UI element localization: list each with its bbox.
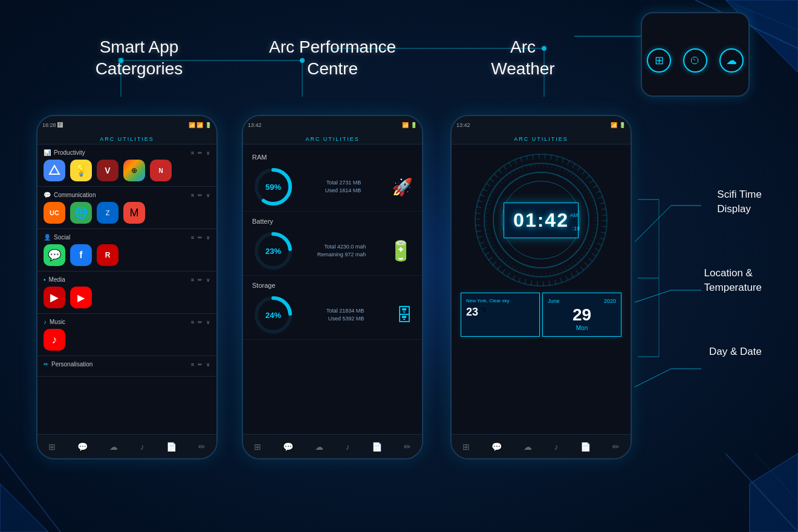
- music-apps: ♪: [44, 329, 210, 351]
- clock-time: 01:42: [513, 209, 569, 231]
- nav3-music[interactable]: ♪: [554, 442, 559, 452]
- clock-ampm: AM: [569, 212, 578, 218]
- phone2-statusbar: 13:42 📶 🔋: [243, 116, 422, 134]
- storage-percent: 24%: [265, 311, 281, 320]
- storage-section: Storage 24% Total 21834 MB Used 5392 MB …: [243, 276, 422, 340]
- nav-edit[interactable]: ✏: [198, 442, 206, 452]
- nav-cloud[interactable]: ☁: [109, 442, 118, 452]
- app-gmail[interactable]: M: [123, 202, 145, 224]
- nav2-music[interactable]: ♪: [346, 442, 350, 452]
- app-chrome[interactable]: 🌐: [70, 202, 92, 224]
- nav-chat[interactable]: 💬: [77, 442, 88, 452]
- database-icon: 🗄: [396, 305, 413, 325]
- battery-gauge: 23%: [252, 230, 294, 272]
- weather-unit: °c: [481, 307, 486, 313]
- category-music: ♪ Music ≡ ✏ ∨ ♪: [37, 314, 216, 356]
- phone-preview-widget: ⊞ ⏲ ☁: [641, 12, 750, 97]
- phone3: 13:42 📶 🔋 ARC UTILITIES: [450, 115, 632, 459]
- nav3-chat[interactable]: 💬: [491, 442, 502, 452]
- category-media: ▪ Media ≡ ✏ ∨ ▶ ▶: [37, 271, 216, 314]
- label-arc-weather: Arc Weather: [456, 36, 589, 80]
- app-zoom[interactable]: Z: [97, 202, 118, 224]
- storage-gauge: 24%: [252, 294, 294, 336]
- productivity-apps: 💡 V ⊕ N: [44, 160, 210, 181]
- preview-icon-row: ⊞ ⏲ ☁: [647, 48, 744, 73]
- scifi-clock: 01:42 AM :19: [452, 144, 631, 293]
- app-drive[interactable]: [44, 160, 65, 181]
- social-apps: 💬 f R: [44, 244, 210, 266]
- phone1-statusbar: 16:28 🅿 📶 📶 🔋: [37, 116, 216, 134]
- svg-marker-24: [50, 166, 59, 174]
- nav3-edit[interactable]: ✏: [612, 442, 620, 452]
- ram-gauge: 59%: [252, 166, 294, 208]
- battery-icon: 🔋: [389, 239, 413, 262]
- category-social: 👤 Social ≡ ✏ ∨ 💬 f: [37, 229, 216, 271]
- clock-seconds: :19: [572, 225, 580, 232]
- nav-music[interactable]: ♪: [140, 442, 144, 452]
- date-info-box: June 2020 29 Mon: [542, 293, 621, 337]
- date-month: June: [548, 298, 560, 304]
- communication-apps: UC 🌐 Z M: [44, 202, 210, 224]
- expand-icon[interactable]: ∨: [206, 150, 210, 156]
- app-youtube[interactable]: ▶: [70, 287, 92, 308]
- phone3-content: 01:42 AM :19 New York, Clear sky 23 °c: [452, 144, 631, 434]
- nav3-cloud[interactable]: ☁: [524, 442, 532, 452]
- menu-icon: ≡: [191, 150, 194, 156]
- speedometer-icon[interactable]: ⏲: [683, 48, 707, 73]
- ram-section: RAM 59% Total 2731 MB Used 1614 MB 🚀: [243, 148, 422, 212]
- phone2: 13:42 📶 🔋 ARC UTILITIES RAM 59%: [242, 115, 423, 459]
- battery-info: Total 4230.0 mah Remaining 972 mah: [317, 243, 366, 259]
- battery-section: Battery 23% Total 4230.0 mah Remaining 9…: [243, 212, 422, 276]
- app-multiapp[interactable]: ⊕: [123, 160, 145, 181]
- app-uc[interactable]: UC: [44, 202, 65, 224]
- phone3-bottom-nav: ⊞ 💬 ☁ ♪ 📄 ✏: [452, 434, 631, 458]
- storage-info: Total 21834 MB Used 5392 MB: [326, 307, 365, 323]
- app-newspoint[interactable]: N: [150, 160, 172, 181]
- phone1-bottom-nav: ⊞ 💬 ☁ ♪ 📄 ✏: [37, 434, 216, 458]
- nav2-grid[interactable]: ⊞: [254, 442, 261, 452]
- category-productivity: 📊 Productivity ≡ ✏ ∨ 💡 V: [37, 144, 216, 187]
- app-music[interactable]: ♪: [44, 329, 65, 351]
- callout-location-temp: Location & Temperature: [704, 266, 762, 295]
- clock-display: 01:42 AM :19: [504, 203, 579, 238]
- phone1-title: ARC UTILITIES: [37, 134, 216, 144]
- battery-percent: 23%: [265, 247, 281, 256]
- nav2-cloud[interactable]: ☁: [315, 442, 323, 452]
- phone1-content: 📊 Productivity ≡ ✏ ∨ 💡 V: [37, 144, 216, 434]
- weather-temperature: 23 °c: [466, 306, 534, 319]
- callout-day-date: Day & Date: [709, 345, 762, 359]
- weather-info-box: New York, Clear sky 23 °c: [461, 293, 540, 337]
- weather-temp-value: 23: [466, 306, 478, 318]
- nav-grid[interactable]: ⊞: [48, 442, 56, 452]
- edit-icon[interactable]: ✏: [198, 150, 203, 156]
- category-communication: 💬 Communication ≡ ✏ ∨ UC 🌐 Z: [37, 187, 216, 229]
- app-whatsapp[interactable]: 💬: [44, 244, 65, 266]
- main-container: Smart App Catergories Arc Performance Ce…: [0, 0, 798, 532]
- app-vivaldi[interactable]: V: [97, 160, 118, 181]
- media-apps: ▶ ▶: [44, 287, 210, 308]
- nav2-chat[interactable]: 💬: [283, 442, 293, 452]
- grid-icon[interactable]: ⊞: [647, 48, 671, 73]
- phone3-statusbar: 13:42 📶 🔋: [452, 116, 631, 134]
- nav3-grid[interactable]: ⊞: [462, 442, 470, 452]
- app-keep[interactable]: 💡: [70, 160, 92, 181]
- nav2-doc[interactable]: 📄: [372, 442, 382, 452]
- nav3-doc[interactable]: 📄: [580, 442, 591, 452]
- phone2-title: ARC UTILITIES: [243, 134, 422, 144]
- clock-outer-ring: 01:42 AM :19: [475, 154, 608, 287]
- nav2-edit[interactable]: ✏: [404, 442, 411, 452]
- cloud-icon[interactable]: ☁: [719, 48, 744, 73]
- ram-info: Total 2731 MB Used 1614 MB: [325, 179, 362, 195]
- app-reddit[interactable]: R: [97, 244, 118, 266]
- app-media1[interactable]: ▶: [44, 287, 65, 308]
- label-smart-app: Smart App Catergories: [70, 36, 209, 80]
- weather-city: New York, Clear sky: [466, 298, 534, 303]
- date-weekday: Mon: [548, 325, 616, 331]
- app-facebook[interactable]: f: [70, 244, 92, 266]
- date-day: 29: [548, 305, 616, 325]
- phone2-content: RAM 59% Total 2731 MB Used 1614 MB 🚀: [243, 144, 422, 434]
- nav-doc[interactable]: 📄: [166, 442, 177, 452]
- category-personalisation: ✏ Personalisation ≡ ✏ ∨: [37, 356, 216, 377]
- weather-date-row: New York, Clear sky 23 °c June 2020 29 M…: [452, 293, 631, 343]
- date-year: 2020: [604, 298, 616, 305]
